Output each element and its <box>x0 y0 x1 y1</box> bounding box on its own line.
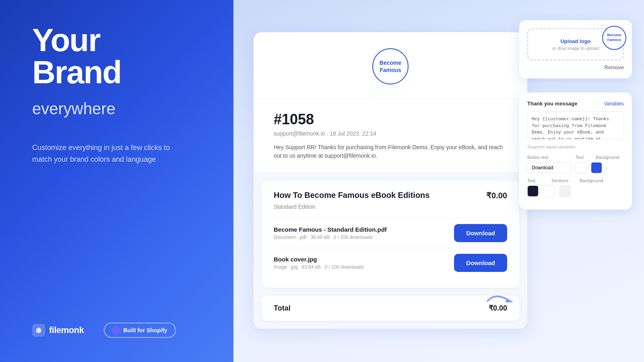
supports-liquid-text: Supports liquid variables <box>527 144 624 149</box>
message-textarea[interactable]: Hey {{customer.name}}! Thanks for purcha… <box>527 111 624 140</box>
color-section-1: Button text Text Background <box>527 155 624 173</box>
button-text-input[interactable] <box>527 162 572 173</box>
text-color-swatch[interactable] <box>576 162 587 173</box>
sections-color-swatch[interactable] <box>543 185 555 197</box>
background-color-swatch-2[interactable] <box>559 185 571 197</box>
file-row-0: Become Famous - Standard Edition.pdf Doc… <box>274 218 507 248</box>
background-label-2: Background <box>580 178 603 183</box>
color-section-2: Text Sections Background <box>527 178 624 197</box>
file-row-1: Book cover.jpg Image · jpg · 63.84 kB · … <box>274 248 507 278</box>
shopify-badge-text: Built for Shopify <box>123 327 167 333</box>
hero-title: Your Brand <box>32 24 205 88</box>
card-header-row: Thank you message Variables <box>527 101 624 107</box>
product-price: ₹0.00 <box>486 191 507 200</box>
remove-link[interactable]: Remove <box>527 64 624 70</box>
logo-text: filemonk <box>49 325 84 335</box>
file-info-0: Become Famous - Standard Edition.pdf Doc… <box>274 226 387 240</box>
receipt-product: How To Become Famous eBook Editions ₹0.0… <box>262 181 519 288</box>
file-meta-1: Image · jpg · 63.84 kB · 0 / 100 downloa… <box>274 264 364 270</box>
filemonk-logo-icon <box>32 324 45 337</box>
hero-title-line1: Your <box>32 22 100 58</box>
brand-circle-text: Become Famous <box>373 59 408 74</box>
brand-circle: Become Famous <box>372 48 409 84</box>
badge-text: Become Famous <box>603 33 625 42</box>
upload-label: Upload logo <box>560 38 590 44</box>
file-meta-0: Document · pdf · 38.48 kB · 0 / 100 down… <box>274 234 387 240</box>
description: Customize everything in just a few click… <box>32 142 185 165</box>
background-col-label: Background <box>596 155 619 160</box>
download-button-1[interactable]: Download <box>454 254 507 272</box>
product-title: How To Become Famous eBook Editions <box>274 191 486 200</box>
logo-area: filemonk <box>32 324 84 337</box>
background-color-swatch[interactable] <box>591 162 602 173</box>
sections-label: Sections <box>551 178 580 183</box>
thankyou-card: Thank you message Variables Hey {{custom… <box>519 93 632 210</box>
product-header: How To Become Famous eBook Editions ₹0.0… <box>274 191 507 200</box>
receipt-card: Become Famous #1058 support@filemonk.io … <box>254 32 527 329</box>
left-panel: Your Brand everywhere Customize everythi… <box>0 0 233 362</box>
download-button-0[interactable]: Download <box>454 224 507 242</box>
shopify-badge: Built for Shopify <box>104 323 176 338</box>
upload-area[interactable]: Upload logo or drop image to upload Beco… <box>527 28 624 60</box>
file-name-0: Become Famous - Standard Edition.pdf <box>274 226 387 233</box>
right-panel: Become Famous #1058 support@filemonk.io … <box>233 0 644 362</box>
become-famous-badge: Become Famous <box>602 26 626 50</box>
receipt-order: #1058 support@filemonk.io · 18 Jul 2023,… <box>254 99 527 173</box>
receipt-header: Become Famous <box>254 32 527 99</box>
shopify-diamond-icon <box>111 325 122 335</box>
left-content: Your Brand everywhere Customize everythi… <box>32 24 205 185</box>
order-meta: support@filemonk.io · 18 Jul 2023, 22:14 <box>274 130 507 137</box>
upload-logo-card: Upload logo or drop image to upload Beco… <box>519 20 632 78</box>
bottom-row: filemonk Built for Shopify <box>32 323 205 338</box>
receipt-total: Total ₹0.00 <box>262 296 519 321</box>
text-color-swatch-2[interactable] <box>527 185 539 197</box>
product-edition: Standard Edition <box>274 204 507 210</box>
text-col-label: Text <box>576 155 596 160</box>
order-number: #1058 <box>274 111 507 128</box>
hero-title-line2: Brand <box>32 54 121 90</box>
file-name-1: Book cover.jpg <box>274 256 364 263</box>
thankyou-card-title: Thank you message <box>527 101 577 107</box>
order-message: Hey Support RR! Thanks for purchasing fr… <box>274 143 507 160</box>
text-label-2: Text <box>527 178 551 183</box>
upload-sub: or drop image to upload <box>552 46 599 51</box>
file-info-1: Book cover.jpg Image · jpg · 63.84 kB · … <box>274 256 364 270</box>
button-text-label: Button text <box>527 155 576 160</box>
hero-subtitle: everywhere <box>32 100 205 118</box>
total-label: Total <box>274 304 291 313</box>
variables-link[interactable]: Variables <box>604 101 624 107</box>
